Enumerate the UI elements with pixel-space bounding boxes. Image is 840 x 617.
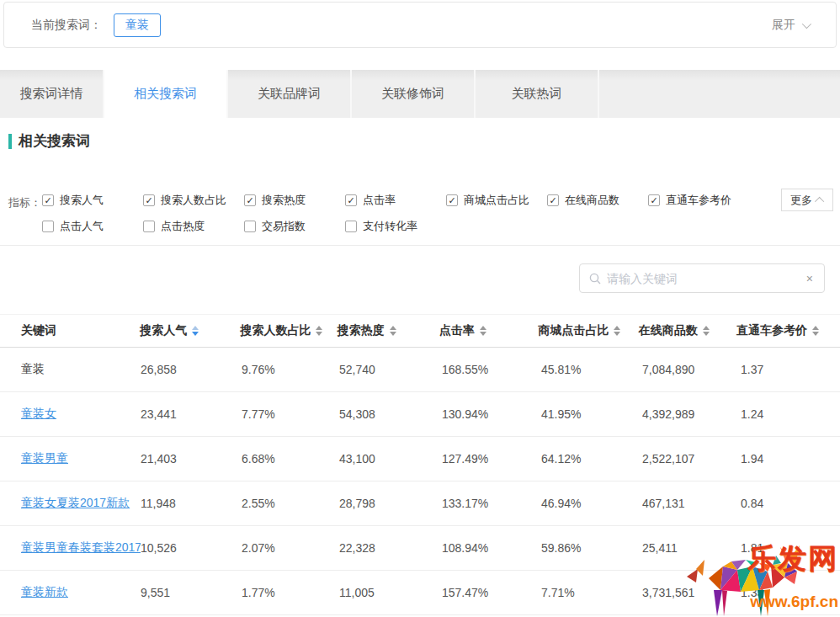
keyword-text: 童装 (21, 362, 45, 375)
value-cell: 11,948 (141, 497, 242, 510)
sort-icon[interactable] (316, 326, 322, 336)
value-cell: 2.55% (242, 497, 339, 510)
keyword-link[interactable]: 童装男童 (21, 451, 68, 465)
checkbox-unchecked-icon[interactable] (143, 221, 155, 232)
clear-search-icon[interactable]: × (805, 272, 815, 285)
keyword-link[interactable]: 童装女夏装2017新款 (21, 496, 130, 509)
metric-checkbox-item[interactable]: ✓直通车参考价 (648, 193, 749, 208)
sort-icon[interactable] (390, 326, 396, 336)
value-cell: 168.55% (442, 363, 541, 376)
keyword-link[interactable]: 童装男童春装套装2017.. (21, 540, 141, 554)
value-cell: 1.24 (741, 407, 819, 421)
value-cell: 1.81 (741, 541, 819, 555)
keyword-link[interactable]: 童装新款 (21, 585, 68, 598)
value-cell: 7.77% (242, 407, 339, 421)
sort-icon[interactable] (480, 326, 486, 336)
metrics-row-1: ✓搜索人气✓搜索人数占比✓搜索热度✓点击率✓商城点击占比✓在线商品数✓直通车参考… (8, 193, 840, 208)
column-label: 商城点击占比 (538, 323, 609, 338)
column-header-5[interactable]: 商城点击占比 (538, 323, 638, 338)
metric-checkbox-item[interactable]: 支付转化率 (345, 219, 446, 234)
chevron-down-icon (802, 19, 811, 28)
value-cell: 10,526 (141, 541, 242, 555)
keyword-cell: 童装男童 (21, 451, 141, 466)
checkbox-checked-icon[interactable]: ✓ (143, 194, 155, 206)
value-cell: 9.76% (242, 363, 339, 376)
tab-0[interactable]: 搜索词详情 (0, 70, 104, 118)
keyword-search-box: × (579, 263, 825, 293)
checkbox-unchecked-icon[interactable] (42, 221, 54, 232)
column-label: 搜索人气 (140, 323, 187, 338)
metric-checkbox-item[interactable]: ✓点击率 (345, 193, 446, 208)
value-cell: 54,308 (339, 407, 442, 421)
metric-label: 支付转化率 (363, 219, 417, 234)
metric-checkbox-item[interactable]: 点击热度 (143, 219, 244, 234)
current-keyword-tag[interactable]: 童装 (114, 13, 161, 37)
metrics-panel: 指标： ✓搜索人气✓搜索人数占比✓搜索热度✓点击率✓商城点击占比✓在线商品数✓直… (8, 193, 840, 245)
metrics-row-2: 点击人气点击热度交易指数支付转化率 (8, 219, 840, 234)
tab-bar: 搜索词详情相关搜索词关联品牌词关联修饰词关联热词 (0, 70, 840, 118)
metric-checkbox-item[interactable]: ✓搜索人气 (42, 193, 143, 208)
value-cell: 11,005 (339, 586, 442, 599)
table-row: 童装26,8589.76%52,740168.55%45.81%7,084,89… (0, 348, 840, 392)
column-header-7[interactable]: 直通车参考价 (736, 323, 819, 338)
value-cell: 7,084,890 (642, 363, 741, 376)
value-cell: 43,100 (339, 452, 442, 465)
value-cell: 2.07% (242, 541, 339, 555)
metric-label: 交易指数 (262, 219, 306, 234)
metric-checkbox-item[interactable]: ✓搜索热度 (244, 193, 345, 208)
checkbox-checked-icon[interactable]: ✓ (648, 194, 660, 206)
section-header: 相关搜索词 (8, 131, 90, 151)
sort-icon[interactable] (703, 326, 710, 336)
metric-label: 直通车参考价 (666, 193, 731, 208)
checkbox-checked-icon[interactable]: ✓ (244, 194, 256, 206)
value-cell: 25,411 (642, 541, 741, 555)
value-cell: 52,740 (339, 363, 442, 376)
metrics-label: 指标： (8, 195, 41, 210)
table-row: 童装男童春装套装2017..10,5262.07%22,328108.94%59… (0, 526, 840, 571)
checkbox-checked-icon[interactable]: ✓ (345, 194, 357, 206)
keyword-link[interactable]: 童装女 (21, 407, 56, 420)
column-label: 搜索人数占比 (240, 323, 311, 338)
value-cell: 157.47% (442, 586, 541, 599)
chevron-up-icon (815, 196, 824, 205)
table-body: 童装26,8589.76%52,740168.55%45.81%7,084,89… (0, 348, 840, 615)
metric-checkbox-item[interactable]: ✓商城点击占比 (446, 193, 547, 208)
sort-icon[interactable] (192, 326, 199, 336)
column-header-4[interactable]: 点击率 (439, 323, 538, 338)
checkbox-unchecked-icon[interactable] (345, 221, 357, 232)
checkbox-checked-icon[interactable]: ✓ (547, 194, 559, 206)
column-label: 点击率 (439, 323, 475, 338)
column-header-1[interactable]: 搜索人气 (140, 323, 240, 338)
metric-label: 商城点击占比 (464, 193, 529, 208)
column-header-2[interactable]: 搜索人数占比 (240, 323, 337, 338)
more-button[interactable]: 更多 (781, 189, 833, 211)
metric-label: 搜索人数占比 (161, 193, 226, 208)
metric-checkbox-item[interactable]: 点击人气 (42, 219, 143, 234)
value-cell: 4,392,989 (642, 407, 741, 421)
column-label: 搜索热度 (338, 323, 385, 338)
table-row: 童装女23,4417.77%54,308130.94%41.95%4,392,9… (0, 392, 840, 437)
value-cell: 0.84 (741, 497, 819, 510)
value-cell: 7.71% (541, 586, 642, 599)
value-cell: 6.68% (242, 452, 339, 465)
tab-2[interactable]: 关联品牌词 (228, 70, 352, 118)
tab-4[interactable]: 关联热词 (476, 70, 599, 118)
metric-checkbox-item[interactable]: 交易指数 (244, 219, 345, 234)
keyword-search-input[interactable] (607, 272, 805, 285)
table-row: 童装新款9,5511.77%11,005157.47%7.71%3,731,56… (0, 571, 840, 615)
tab-3[interactable]: 关联修饰词 (352, 70, 476, 118)
checkbox-checked-icon[interactable]: ✓ (446, 194, 458, 206)
metric-checkbox-item[interactable]: ✓在线商品数 (547, 193, 648, 208)
checkbox-checked-icon[interactable]: ✓ (42, 194, 54, 206)
metric-checkbox-item[interactable]: ✓搜索人数占比 (143, 193, 244, 208)
keyword-cell: 童装新款 (21, 585, 141, 600)
value-cell: 1.77% (242, 586, 339, 599)
sort-icon[interactable] (614, 326, 620, 336)
sort-icon[interactable] (812, 326, 819, 336)
expand-button[interactable]: 展开 (772, 18, 809, 33)
column-header-6[interactable]: 在线商品数 (639, 323, 736, 338)
checkbox-unchecked-icon[interactable] (244, 221, 256, 232)
column-header-3[interactable]: 搜索热度 (338, 323, 439, 338)
table-header: 关键词搜索人气搜索人数占比搜索热度点击率商城点击占比在线商品数直通车参考价 (0, 314, 840, 348)
tab-1[interactable]: 相关搜索词 (104, 70, 228, 118)
